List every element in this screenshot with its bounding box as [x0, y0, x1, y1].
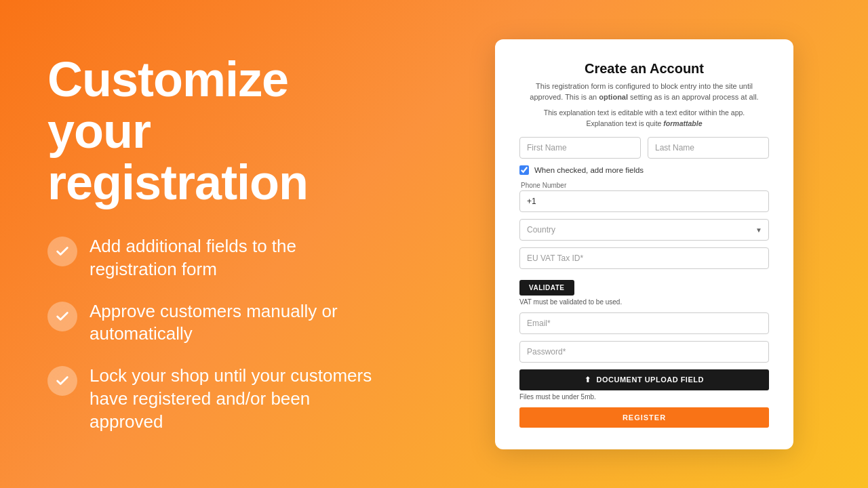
main-heading: Customize your registration: [47, 54, 380, 208]
check-circle: [47, 237, 77, 266]
feature-2: Approve customers manually or automatica…: [47, 300, 380, 346]
name-row: [519, 137, 769, 159]
check-circle: [47, 366, 77, 396]
vat-group: VALIDATE VAT must be validated to be use…: [519, 247, 769, 306]
feature-3: Lock your shop until your customers have…: [47, 365, 380, 433]
left-panel: Customize your registration Add addition…: [0, 0, 420, 488]
form-formattable-note: Explanation text is quite formattable: [519, 119, 769, 127]
right-panel: Create an Account This registration form…: [420, 0, 868, 488]
country-select[interactable]: Country United States United Kingdom Can…: [519, 219, 769, 241]
feature-text: Approve customers manually or automatica…: [90, 300, 380, 346]
feature-text: Add additional fields to the registratio…: [90, 235, 380, 281]
upload-icon: ⬆: [585, 375, 591, 384]
vat-input[interactable]: [519, 247, 769, 269]
feature-1: Add additional fields to the registratio…: [47, 235, 380, 281]
form-subtitle: This registration form is configured to …: [519, 81, 769, 103]
extra-fields-checkbox[interactable]: [519, 165, 529, 175]
check-icon: [55, 244, 70, 259]
phone-input[interactable]: [519, 190, 769, 212]
checkbox-row: When checked, add more fields: [519, 165, 769, 175]
subtitle-text: This registration form is configured to …: [530, 82, 758, 102]
upload-button[interactable]: ⬆ DOCUMENT UPLOAD FIELD: [519, 369, 769, 390]
files-note: Files must be under 5mb.: [519, 393, 769, 401]
check-circle: [47, 302, 77, 331]
first-name-input[interactable]: [519, 137, 641, 159]
feature-list: Add additional fields to the registratio…: [47, 235, 380, 434]
upload-label: DOCUMENT UPLOAD FIELD: [597, 375, 704, 384]
checkbox-label: When checked, add more fields: [534, 166, 644, 174]
check-icon: [55, 309, 70, 324]
last-name-input[interactable]: [648, 137, 769, 159]
email-input[interactable]: [519, 312, 769, 334]
check-icon: [55, 373, 70, 388]
password-input[interactable]: [519, 341, 769, 363]
country-select-wrapper: Country United States United Kingdom Can…: [519, 219, 769, 241]
register-button[interactable]: REGISTER: [519, 407, 769, 428]
vat-note: VAT must be validated to be used.: [519, 298, 769, 306]
feature-text: Lock your shop until your customers have…: [90, 365, 380, 433]
phone-group: Phone Number: [519, 182, 769, 212]
form-title: Create an Account: [519, 61, 769, 77]
validate-button[interactable]: VALIDATE: [519, 280, 574, 296]
form-card: Create an Account This registration form…: [495, 39, 793, 449]
phone-label: Phone Number: [519, 182, 769, 189]
form-editable-note: This explanation text is editable with a…: [519, 108, 769, 117]
formattable-word: formattable: [663, 119, 702, 127]
